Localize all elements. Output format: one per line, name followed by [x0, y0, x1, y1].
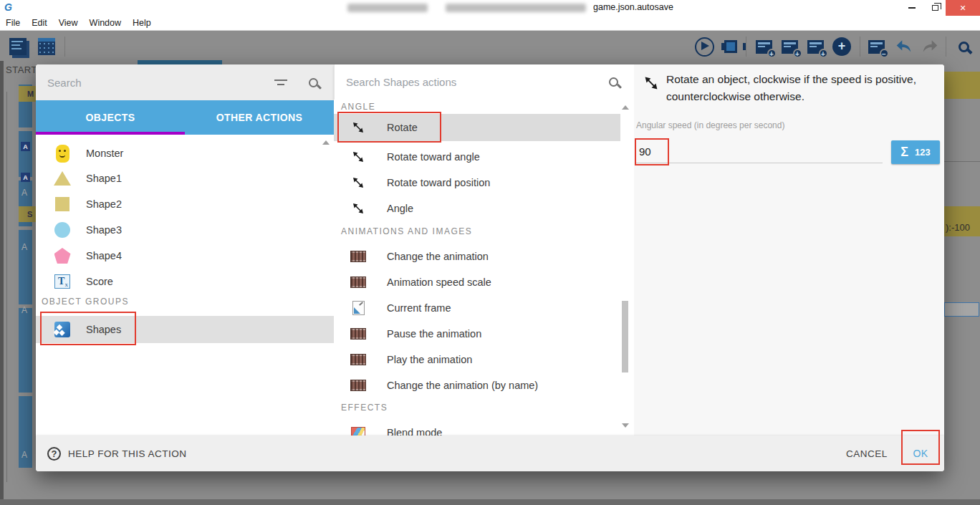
action-label: Rotate	[387, 122, 418, 133]
event-header-letter: M	[27, 90, 34, 98]
menu-file[interactable]: File	[6, 18, 20, 28]
minimize-button[interactable]	[901, 0, 923, 16]
menu-window[interactable]: Window	[90, 18, 121, 28]
add-comment-button[interactable]	[804, 36, 826, 57]
rotate-icon	[350, 175, 367, 190]
close-button[interactable]	[946, 0, 980, 16]
scene-editor-icon	[38, 38, 55, 55]
undo-button[interactable]	[893, 36, 915, 57]
add-event-icon	[756, 40, 772, 54]
status-strip	[0, 499, 980, 505]
object-row-shape4[interactable]: Shape4	[36, 243, 334, 269]
play-icon	[695, 37, 714, 57]
cancel-button[interactable]: CANCEL	[838, 436, 895, 471]
filmstrip-icon	[350, 354, 367, 365]
search-icon[interactable]	[609, 77, 618, 87]
event-header-fragment	[944, 72, 980, 99]
action-row-angle[interactable]: Angle	[334, 196, 620, 221]
action-label: Pause the animation	[387, 328, 481, 340]
scroll-up-arrow[interactable]	[322, 140, 330, 145]
scroll-up-arrow[interactable]	[622, 105, 629, 110]
section-header-angle: ANGLE	[341, 102, 375, 112]
action-row-current-frame[interactable]: Current frame	[334, 295, 620, 321]
action-row-change-animation-by-name[interactable]: Change the animation (by name)	[334, 372, 620, 398]
action-label: Rotate toward angle	[387, 151, 480, 163]
actions-search-input[interactable]	[335, 76, 609, 88]
help-icon	[47, 447, 61, 461]
rotate-icon	[350, 150, 367, 164]
action-chip-letter: A	[23, 143, 28, 150]
toolbar-separator	[746, 37, 746, 57]
object-row-shape2[interactable]: Shape2	[36, 191, 334, 217]
search-events-button[interactable]	[953, 36, 974, 57]
action-row-change-animation[interactable]: Change the animation	[334, 244, 620, 269]
add-action-hint: A	[21, 450, 27, 460]
angular-speed-label: Angular speed (in degrees per second)	[636, 120, 784, 130]
redo-button[interactable]	[919, 36, 941, 57]
object-row-shape3[interactable]: Shape3	[36, 217, 334, 243]
scroll-down-arrow[interactable]	[622, 423, 629, 428]
help-label: HELP FOR THIS ACTION	[68, 448, 187, 459]
rotate-icon	[350, 201, 367, 216]
action-chip-letter: A	[23, 174, 28, 181]
delete-event-button[interactable]	[865, 36, 887, 57]
object-row-monster[interactable]: Monster	[36, 140, 334, 166]
scrollbar-thumb[interactable]	[622, 301, 628, 372]
action-label: Current frame	[387, 302, 451, 314]
tab-objects[interactable]: OBJECTS	[36, 100, 185, 135]
menu-view[interactable]: View	[59, 18, 78, 28]
event-header-row: S	[19, 206, 37, 222]
angular-speed-input[interactable]	[636, 136, 883, 163]
pentagon-icon	[53, 248, 72, 264]
filmstrip-icon	[350, 251, 367, 262]
restore-button[interactable]	[924, 0, 946, 16]
add-sub-event-icon	[782, 40, 798, 54]
event-header-row: M	[19, 86, 37, 102]
menu-help[interactable]: Help	[133, 18, 151, 28]
dialog-footer: HELP FOR THIS ACTION CANCEL OK	[36, 436, 944, 471]
action-row-play-animation[interactable]: Play the animation	[334, 347, 620, 372]
add-comment-icon	[807, 40, 824, 54]
expression-editor-button[interactable]: Σ 123	[891, 140, 940, 164]
object-row-score[interactable]: Score	[36, 269, 334, 294]
tab-other-actions-label: OTHER ACTIONS	[216, 112, 303, 123]
tab-other-actions[interactable]: OTHER ACTIONS	[185, 100, 334, 135]
screen: G game.json.autosave File Edit View Wind…	[0, 0, 980, 505]
search-icon[interactable]	[309, 78, 318, 87]
add-sub-event-button[interactable]	[779, 36, 800, 57]
add-more-button[interactable]	[831, 36, 852, 57]
action-chip: A	[21, 173, 30, 182]
action-row-rotate-toward-position[interactable]: Rotate toward position	[334, 170, 620, 196]
toolbar-separator	[946, 37, 946, 57]
object-search-input[interactable]	[36, 77, 274, 89]
object-row-shape1[interactable]: Shape1	[36, 165, 334, 191]
action-label: Rotate toward position	[387, 177, 490, 188]
object-label: Shape1	[86, 173, 122, 184]
rotate-icon	[350, 120, 367, 135]
debugger-button[interactable]	[720, 36, 741, 57]
square-icon	[53, 197, 72, 211]
menu-edit[interactable]: Edit	[32, 18, 47, 28]
object-label: Shape4	[86, 250, 122, 261]
toolbar-separator	[860, 37, 860, 57]
action-row-animation-speed-scale[interactable]: Animation speed scale	[334, 269, 620, 295]
action-row-pause-animation[interactable]: Pause the animation	[334, 321, 620, 347]
object-label: Monster	[86, 148, 123, 159]
group-row-shapes[interactable]: Shapes	[36, 316, 334, 343]
action-row-rotate[interactable]: Rotate	[334, 114, 620, 141]
object-groups-header: OBJECT GROUPS	[42, 297, 129, 307]
inline-edit-fragment	[944, 302, 979, 317]
add-event-button[interactable]	[753, 36, 774, 57]
window-title: game.json.autosave	[593, 2, 673, 12]
filter-icon[interactable]	[274, 80, 287, 86]
text-object-icon	[53, 274, 72, 289]
ok-button[interactable]: OK	[903, 436, 938, 471]
action-row-rotate-toward-angle[interactable]: Rotate toward angle	[334, 144, 620, 170]
undo-icon	[895, 38, 913, 55]
project-manager-button[interactable]	[7, 36, 29, 57]
scene-editor-button[interactable]	[36, 36, 57, 57]
help-for-action-button[interactable]: HELP FOR THIS ACTION	[47, 447, 187, 461]
preview-button[interactable]	[693, 36, 715, 57]
expression-fragment-text: ):-100	[946, 222, 970, 233]
monster-icon	[53, 145, 72, 163]
